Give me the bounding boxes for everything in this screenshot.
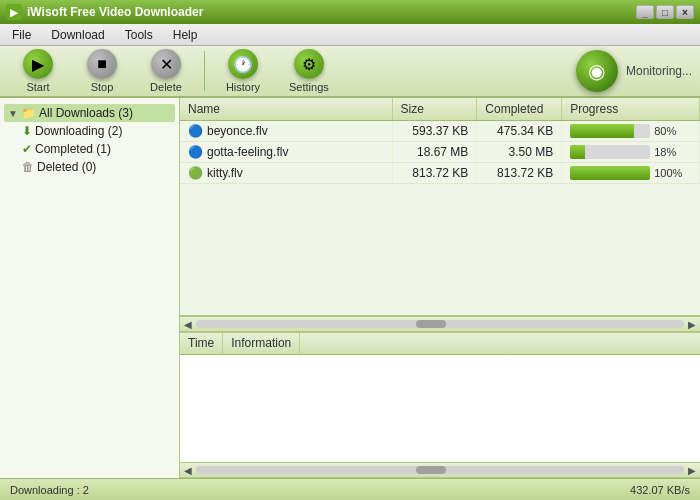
- menu-bar: File Download Tools Help: [0, 24, 700, 46]
- toolbar: ▶ Start ■ Stop ✕ Delete 🕐 History ⚙ Sett…: [0, 46, 700, 98]
- progress-bar-wrapper: 80%: [570, 124, 691, 138]
- progress-bar-fill: [570, 145, 584, 159]
- status-downloading: Downloading : 2: [10, 484, 89, 496]
- delete-label: Delete: [150, 81, 182, 93]
- file-size-cell: 18.67 MB: [392, 142, 477, 163]
- progress-bar-fill: [570, 124, 634, 138]
- progress-label: 80%: [654, 125, 676, 137]
- toolbar-separator: [204, 51, 205, 91]
- horizontal-scrollbar[interactable]: ◀ ▶: [180, 316, 700, 332]
- check-icon: ✔: [22, 142, 32, 156]
- table-row[interactable]: 🔵gotta-feeling.flv18.67 MB3.50 MB 18%: [180, 142, 700, 163]
- table-row[interactable]: 🔵beyonce.flv593.37 KB475.34 KB 80%: [180, 121, 700, 142]
- file-progress-cell: 80%: [562, 121, 700, 142]
- main-content: ▼ 📁 All Downloads (3) ⬇ Downloading (2) …: [0, 98, 700, 478]
- monitoring-label: Monitoring...: [626, 64, 692, 78]
- stop-label: Stop: [91, 81, 114, 93]
- file-progress-cell: 100%: [562, 163, 700, 184]
- tree-label-all: All Downloads (3): [39, 106, 133, 120]
- status-bar: Downloading : 2 432.07 KB/s: [0, 478, 700, 500]
- file-table: Name Size Completed Progress 🔵beyonce.fl…: [180, 98, 700, 184]
- col-header-progress: Progress: [562, 98, 700, 121]
- settings-icon: ⚙: [294, 49, 324, 79]
- col-header-completed: Completed: [477, 98, 562, 121]
- file-table-container[interactable]: Name Size Completed Progress 🔵beyonce.fl…: [180, 98, 700, 316]
- tree-toggle-all: ▼: [8, 108, 18, 119]
- tree-label-deleted: Deleted (0): [37, 160, 96, 174]
- tree-label-completed: Completed (1): [35, 142, 111, 156]
- scroll-thumb[interactable]: [416, 320, 446, 328]
- file-completed-cell: 813.72 KB: [477, 163, 562, 184]
- title-bar: ▶ iWisoft Free Video Downloader _ □ ×: [0, 0, 700, 24]
- file-completed-cell: 3.50 MB: [477, 142, 562, 163]
- file-name-cell: 🔵beyonce.flv: [180, 121, 392, 142]
- scroll-right-arrow[interactable]: ▶: [688, 319, 696, 330]
- info-col-time: Time: [180, 333, 223, 354]
- stop-icon: ■: [87, 49, 117, 79]
- scroll-track[interactable]: [196, 320, 684, 328]
- info-col-information: Information: [223, 333, 300, 354]
- info-content[interactable]: [180, 355, 700, 462]
- menu-help[interactable]: Help: [165, 26, 206, 44]
- menu-tools[interactable]: Tools: [117, 26, 161, 44]
- progress-bar-fill: [570, 166, 650, 180]
- col-header-name: Name: [180, 98, 392, 121]
- settings-button[interactable]: ⚙ Settings: [277, 45, 341, 97]
- file-progress-cell: 18%: [562, 142, 700, 163]
- file-area: Name Size Completed Progress 🔵beyonce.fl…: [180, 98, 700, 478]
- maximize-button[interactable]: □: [656, 5, 674, 19]
- close-button[interactable]: ×: [676, 5, 694, 19]
- progress-label: 18%: [654, 146, 676, 158]
- info-scroll-right-arrow[interactable]: ▶: [688, 465, 696, 476]
- tree-item-completed[interactable]: ✔ Completed (1): [4, 140, 175, 158]
- info-pane: Time Information: [180, 332, 700, 462]
- file-name-cell: 🟢kitty.flv: [180, 163, 392, 184]
- window-controls[interactable]: _ □ ×: [636, 5, 694, 19]
- file-size-cell: 813.72 KB: [392, 163, 477, 184]
- status-speed: 432.07 KB/s: [630, 484, 690, 496]
- progress-bar-container: [570, 145, 650, 159]
- menu-download[interactable]: Download: [43, 26, 112, 44]
- info-header: Time Information: [180, 333, 700, 355]
- settings-label: Settings: [289, 81, 329, 93]
- delete-icon: ✕: [151, 49, 181, 79]
- app-title: iWisoft Free Video Downloader: [27, 5, 203, 19]
- history-button[interactable]: 🕐 History: [213, 45, 273, 97]
- menu-file[interactable]: File: [4, 26, 39, 44]
- tree-item-deleted[interactable]: 🗑 Deleted (0): [4, 158, 175, 176]
- history-label: History: [226, 81, 260, 93]
- stop-button[interactable]: ■ Stop: [72, 45, 132, 97]
- info-scroll-thumb[interactable]: [416, 466, 446, 474]
- minimize-button[interactable]: _: [636, 5, 654, 19]
- start-button[interactable]: ▶ Start: [8, 45, 68, 97]
- file-name-cell: 🔵gotta-feeling.flv: [180, 142, 392, 163]
- file-size-cell: 593.37 KB: [392, 121, 477, 142]
- info-scroll-left-arrow[interactable]: ◀: [184, 465, 192, 476]
- table-row[interactable]: 🟢kitty.flv813.72 KB813.72 KB 100%: [180, 163, 700, 184]
- progress-bar-wrapper: 100%: [570, 166, 691, 180]
- sidebar: ▼ 📁 All Downloads (3) ⬇ Downloading (2) …: [0, 98, 180, 478]
- progress-bar-wrapper: 18%: [570, 145, 691, 159]
- folder-icon: 📁: [21, 106, 36, 120]
- start-label: Start: [26, 81, 49, 93]
- tree-item-downloading[interactable]: ⬇ Downloading (2): [4, 122, 175, 140]
- trash-icon: 🗑: [22, 160, 34, 174]
- progress-label: 100%: [654, 167, 682, 179]
- history-icon: 🕐: [228, 49, 258, 79]
- progress-bar-container: [570, 166, 650, 180]
- delete-button[interactable]: ✕ Delete: [136, 45, 196, 97]
- info-scroll-track[interactable]: [196, 466, 684, 474]
- scroll-left-arrow[interactable]: ◀: [184, 319, 192, 330]
- tree-item-all[interactable]: ▼ 📁 All Downloads (3): [4, 104, 175, 122]
- download-icon: ⬇: [22, 124, 32, 138]
- progress-bar-container: [570, 124, 650, 138]
- monitoring-icon: ◉: [576, 50, 618, 92]
- col-header-size: Size: [392, 98, 477, 121]
- file-completed-cell: 475.34 KB: [477, 121, 562, 142]
- monitoring-area: ◉ Monitoring...: [576, 50, 692, 92]
- start-icon: ▶: [23, 49, 53, 79]
- tree-label-downloading: Downloading (2): [35, 124, 122, 138]
- info-horizontal-scrollbar[interactable]: ◀ ▶: [180, 462, 700, 478]
- app-icon: ▶: [6, 4, 22, 20]
